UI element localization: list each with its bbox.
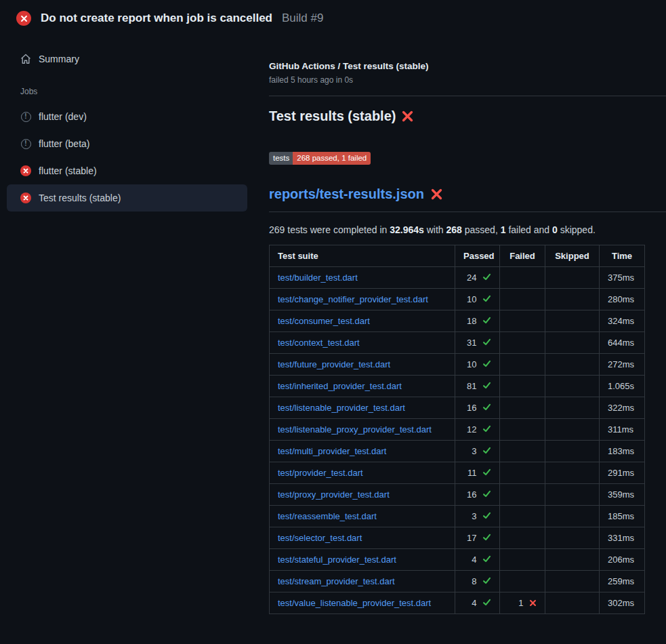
passed-cell: 3 [455,506,500,527]
failed-cell [500,549,545,571]
skipped-cell [545,484,600,506]
table-row: test/selector_test.dart 17 331ms [270,527,645,549]
table-row: test/multi_provider_test.dart 3 183ms [270,441,645,462]
column-header-failed: Failed [500,245,545,267]
failed-cell: 1 [500,592,545,614]
passed-cell: 24 [455,267,500,289]
sidebar-job-item[interactable]: ! flutter (dev) [7,103,247,130]
badge-label: tests [269,152,293,165]
table-row: test/context_test.dart 31 644ms [270,332,645,354]
suite-link[interactable]: test/provider_test.dart [278,468,363,478]
suite-link[interactable]: test/listenable_proxy_provider_test.dart [278,424,432,435]
time-cell: 206ms [600,549,645,571]
time-cell: 359ms [600,484,645,506]
badge-value: 268 passed, 1 failed [293,152,371,165]
failed-cell [500,527,545,549]
x-icon [20,15,28,22]
table-header-row: Test suite Passed Failed Skipped Time [270,245,645,267]
job-label: flutter (stable) [39,165,97,176]
suite-link[interactable]: test/value_listenable_provider_test.dart [278,598,431,608]
skipped-cell [545,592,600,614]
run-title: Do not create report when job is cancell… [41,12,272,25]
time-cell: 322ms [600,397,645,419]
column-header-passed: Passed [455,245,500,267]
run-failed-icon [16,11,31,26]
suite-link[interactable]: test/consumer_test.dart [278,316,370,326]
suite-link[interactable]: test/stateful_provider_test.dart [278,555,396,565]
table-row: test/inherited_provider_test.dart 81 1.0… [270,376,645,397]
column-header-time: Time [600,245,645,267]
main-content: GitHub Actions / Test results (stable) f… [254,34,666,614]
skipped-cell [545,397,600,419]
time-cell: 324ms [600,310,645,332]
failed-cell [500,419,545,441]
skipped-cell [545,527,600,549]
neutral-status-icon: ! [21,112,31,122]
check-icon [482,316,491,325]
passed-cell: 3 [455,441,500,462]
suite-link[interactable]: test/context_test.dart [278,338,360,348]
summary-passed-count: 268 [446,224,462,235]
run-status-text: failed 5 hours ago in 0s [269,75,666,85]
suite-link[interactable]: test/multi_provider_test.dart [278,446,386,456]
time-cell: 291ms [600,462,645,484]
skipped-cell [545,332,600,354]
suite-link[interactable]: test/proxy_provider_test.dart [278,489,390,500]
skipped-cell [545,267,600,289]
divider [269,96,666,96]
jobs-list: ! flutter (dev) ! flutter (beta) flutter… [0,103,254,212]
time-cell: 331ms [600,527,645,549]
failed-cell [500,354,545,376]
check-icon [482,533,491,542]
passed-cell: 31 [455,332,500,354]
skipped-cell [545,289,600,310]
suite-link[interactable]: test/builder_test.dart [278,273,358,283]
sidebar-job-item[interactable]: Test results (stable) [7,184,247,212]
check-icon [482,468,491,477]
time-cell: 644ms [600,332,645,354]
time-cell: 375ms [600,267,645,289]
job-label: Test results (stable) [39,193,121,203]
check-icon [482,511,491,520]
job-label: flutter (dev) [39,111,87,122]
suite-link[interactable]: test/inherited_provider_test.dart [278,381,402,391]
check-icon [482,424,491,433]
suite-link[interactable]: test/listenable_provider_test.dart [278,403,405,413]
column-header-skipped: Skipped [545,245,600,267]
sidebar-job-item[interactable]: flutter (stable) [7,157,247,184]
table-row: test/proxy_provider_test.dart 16 359ms [270,484,645,506]
column-header-test-suite: Test suite [270,245,455,267]
time-cell: 272ms [600,354,645,376]
failed-x-icon [431,188,442,200]
table-row: test/provider_test.dart 11 291ms [270,462,645,484]
failed-cell [500,397,545,419]
suite-link[interactable]: test/change_notifier_provider_test.dart [278,294,428,304]
home-icon [20,54,31,64]
table-row: test/stateful_provider_test.dart 4 206ms [270,549,645,571]
suite-link[interactable]: test/reassemble_test.dart [278,511,377,521]
suite-link[interactable]: test/selector_test.dart [278,533,362,543]
table-row: test/reassemble_test.dart 3 185ms [270,506,645,527]
failed-x-icon [402,110,413,122]
suite-link[interactable]: test/stream_provider_test.dart [278,576,395,586]
table-row: test/value_listenable_provider_test.dart… [270,592,645,614]
failed-cell [500,289,545,310]
failed-status-icon [20,165,31,176]
check-icon [482,273,491,281]
time-cell: 1.065s [600,376,645,397]
skipped-cell [545,419,600,441]
report-file-link[interactable]: reports/test-results.json [269,186,424,202]
skipped-cell [545,571,600,592]
skipped-cell [545,376,600,397]
check-icon [482,446,491,455]
test-results-table: Test suite Passed Failed Skipped Time te… [269,245,645,614]
section-title-text: Test results (stable) [269,108,396,124]
table-row: test/listenable_proxy_provider_test.dart… [270,419,645,441]
breadcrumb: GitHub Actions / Test results (stable) [269,61,666,71]
time-cell: 185ms [600,506,645,527]
passed-cell: 11 [455,462,500,484]
suite-link[interactable]: test/future_provider_test.dart [278,359,390,369]
sidebar-job-item[interactable]: ! flutter (beta) [7,130,247,157]
passed-cell: 12 [455,419,500,441]
sidebar-item-summary[interactable]: Summary [7,46,247,72]
